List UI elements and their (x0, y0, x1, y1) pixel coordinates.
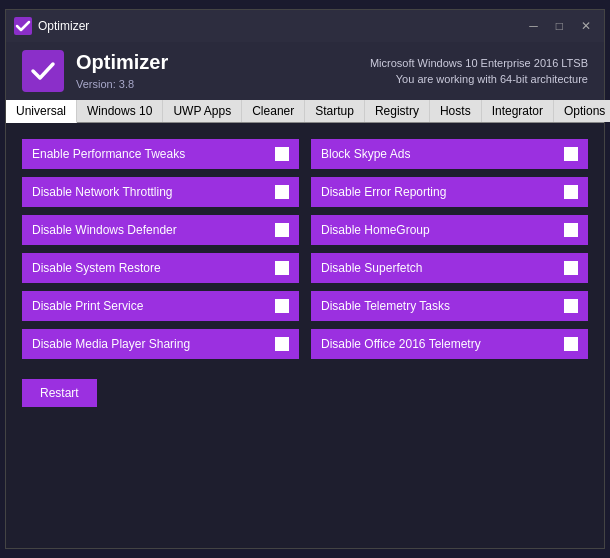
action-btn-right-4[interactable]: Disable Telemetry Tasks (311, 291, 588, 321)
tab-uwp-apps[interactable]: UWP Apps (163, 100, 242, 122)
tab-registry[interactable]: Registry (365, 100, 430, 122)
app-icon (14, 17, 32, 35)
action-btn-right-1[interactable]: Disable Error Reporting (311, 177, 588, 207)
action-btn-right-0[interactable]: Block Skype Ads (311, 139, 588, 169)
system-info-line2: You are working with 64-bit architecture (370, 71, 588, 88)
action-btn-left-1[interactable]: Disable Network Throttling (22, 177, 299, 207)
action-button-grid: Enable Performance TweaksBlock Skype Ads… (22, 139, 588, 359)
close-button[interactable]: ✕ (576, 18, 596, 34)
action-btn-right-5[interactable]: Disable Office 2016 Telemetry (311, 329, 588, 359)
content-area: Enable Performance TweaksBlock Skype Ads… (6, 123, 604, 548)
action-btn-right-3[interactable]: Disable Superfetch (311, 253, 588, 283)
header-text: Optimizer Version: 3.8 (76, 51, 168, 92)
maximize-button[interactable]: □ (551, 18, 568, 34)
tab-integrator[interactable]: Integrator (482, 100, 554, 122)
app-logo (22, 50, 64, 92)
tab-cleaner[interactable]: Cleaner (242, 100, 305, 122)
checkmark-icon (29, 57, 57, 85)
tab-options[interactable]: Options (554, 100, 610, 122)
action-btn-left-5[interactable]: Disable Media Player Sharing (22, 329, 299, 359)
system-info-line1: Microsoft Windows 10 Enterprise 2016 LTS… (370, 55, 588, 72)
tab-universal[interactable]: Universal (6, 100, 77, 123)
app-name: Optimizer (76, 51, 168, 74)
title-bar-controls: ─ □ ✕ (524, 18, 596, 34)
tab-bar: UniversalWindows 10UWP AppsCleanerStartu… (6, 100, 604, 123)
action-btn-left-3[interactable]: Disable System Restore (22, 253, 299, 283)
tab-startup[interactable]: Startup (305, 100, 365, 122)
app-version: Version: 3.8 (76, 78, 134, 90)
title-bar: Optimizer ─ □ ✕ (6, 10, 604, 42)
action-btn-left-4[interactable]: Disable Print Service (22, 291, 299, 321)
action-btn-right-2[interactable]: Disable HomeGroup (311, 215, 588, 245)
title-bar-left: Optimizer (14, 17, 89, 35)
system-info: Microsoft Windows 10 Enterprise 2016 LTS… (370, 55, 588, 88)
tab-hosts[interactable]: Hosts (430, 100, 482, 122)
restart-button[interactable]: Restart (22, 379, 97, 407)
tab-windows-10[interactable]: Windows 10 (77, 100, 163, 122)
action-btn-left-2[interactable]: Disable Windows Defender (22, 215, 299, 245)
action-btn-left-0[interactable]: Enable Performance Tweaks (22, 139, 299, 169)
app-header: Optimizer Version: 3.8 Microsoft Windows… (6, 42, 604, 100)
minimize-button[interactable]: ─ (524, 18, 543, 34)
main-window: Optimizer ─ □ ✕ Optimizer Version: 3.8 M… (5, 9, 605, 549)
window-title: Optimizer (38, 19, 89, 33)
